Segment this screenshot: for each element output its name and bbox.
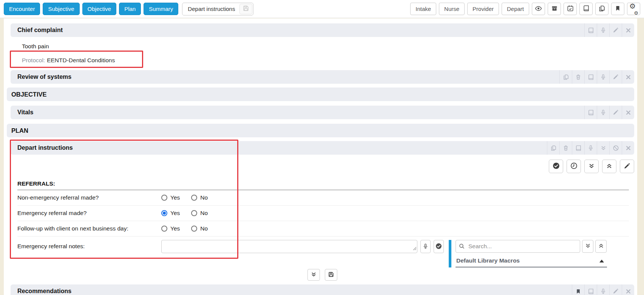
archive-button[interactable] xyxy=(548,3,561,15)
pencil-icon[interactable] xyxy=(609,106,622,119)
question-row-emergency-referral: Emergency referral made? Yes No xyxy=(17,206,629,221)
chevrons-down-icon xyxy=(588,163,595,170)
question-label: Follow-up with client on next business d… xyxy=(17,225,161,232)
section-header-recommendations: Recommendations xyxy=(11,284,634,295)
chevrons-down-icon[interactable] xyxy=(597,141,609,155)
pencil-icon[interactable] xyxy=(609,70,622,84)
objective-band-title: OBJECTIVE xyxy=(11,91,47,98)
radio-yes-label: Yes xyxy=(170,210,180,217)
book-icon xyxy=(583,5,590,13)
plan-band-title: PLAN xyxy=(11,127,28,134)
collapse-all-button[interactable] xyxy=(602,160,616,173)
radio-no[interactable] xyxy=(191,195,197,201)
radio-yes[interactable] xyxy=(161,210,167,216)
chief-complaint-header-actions xyxy=(584,23,634,37)
settings-button[interactable]: ⚙⚙ xyxy=(627,3,640,15)
microphone-icon xyxy=(423,243,428,250)
microphone-icon[interactable] xyxy=(597,23,609,37)
book-icon[interactable] xyxy=(584,106,597,119)
radio-no-label: No xyxy=(200,225,208,232)
preview-button[interactable] xyxy=(532,3,545,15)
close-icon[interactable] xyxy=(622,70,634,84)
confirm-notes-button[interactable] xyxy=(434,240,444,253)
close-icon[interactable] xyxy=(622,284,634,295)
macros-search-row xyxy=(456,240,607,253)
radio-yes[interactable] xyxy=(161,226,167,232)
book-icon[interactable] xyxy=(572,141,584,155)
book-icon[interactable] xyxy=(584,23,597,37)
plan-button[interactable]: Plan xyxy=(119,3,141,15)
search-icon xyxy=(459,243,465,251)
nurse-button[interactable]: Nurse xyxy=(439,3,465,15)
chevrons-up-icon xyxy=(606,163,612,170)
depart-button[interactable]: Depart xyxy=(502,3,529,15)
book-icon[interactable] xyxy=(584,70,597,84)
summary-button[interactable]: Summary xyxy=(144,3,178,15)
microphone-icon[interactable] xyxy=(597,70,609,84)
microphone-icon[interactable] xyxy=(584,141,597,155)
microphone-icon[interactable] xyxy=(597,106,609,119)
emergency-referral-notes-input[interactable] xyxy=(161,240,417,253)
radio-no[interactable] xyxy=(191,226,197,232)
question-options: Yes No xyxy=(161,194,208,201)
archive-box-icon xyxy=(551,5,558,13)
expand-button[interactable] xyxy=(307,269,320,281)
depart-instructions-actions xyxy=(11,160,634,173)
pencil-icon[interactable] xyxy=(609,23,622,37)
section-header-chief-complaint: Chief complaint xyxy=(11,23,634,37)
objective-button[interactable]: Objective xyxy=(82,3,117,15)
pencil-icon[interactable] xyxy=(609,284,622,295)
dictate-button[interactable] xyxy=(420,240,431,253)
calendar-button[interactable] xyxy=(564,3,577,15)
save-icon xyxy=(242,5,249,13)
macros-library-header[interactable]: Default Library Macros xyxy=(456,255,607,267)
recommendations-title: Recommendations xyxy=(17,288,71,295)
notes-label: Emergency referral notes: xyxy=(17,240,161,253)
library-button[interactable] xyxy=(579,3,593,15)
copy-icon[interactable] xyxy=(559,70,572,84)
intake-button[interactable]: Intake xyxy=(410,3,436,15)
encounter-note-page: Chief complaint Tooth pain Protocol: EEN… xyxy=(4,18,637,295)
bookmark-button[interactable] xyxy=(611,3,624,15)
protocol-label: Protocol: xyxy=(22,57,45,64)
macros-library-title: Default Library Macros xyxy=(456,257,520,264)
close-icon[interactable] xyxy=(622,141,634,155)
encounter-button[interactable]: Encounter xyxy=(4,3,40,15)
subjective-button[interactable]: Subjective xyxy=(43,3,79,15)
copy-icon[interactable] xyxy=(547,141,559,155)
history-button[interactable] xyxy=(567,160,581,173)
bookmark-icon[interactable] xyxy=(572,284,584,295)
radio-yes[interactable] xyxy=(161,195,167,201)
macros-expand-button[interactable] xyxy=(582,240,593,253)
depart-instructions-tab[interactable]: Depart instructions xyxy=(183,4,239,14)
radio-no-label: No xyxy=(200,210,208,217)
microphone-icon[interactable] xyxy=(597,284,609,295)
close-icon[interactable] xyxy=(622,106,634,119)
radio-no[interactable] xyxy=(191,210,197,216)
bookmark-icon xyxy=(615,5,621,13)
referrals-heading: REFERRALS: xyxy=(17,180,634,187)
trash-icon[interactable] xyxy=(572,70,584,84)
vitals-title: Vitals xyxy=(17,109,33,116)
expand-all-button[interactable] xyxy=(584,160,599,173)
eye-icon xyxy=(534,5,542,13)
complete-button[interactable] xyxy=(549,160,563,173)
ban-icon[interactable] xyxy=(609,141,622,155)
save-section-button[interactable] xyxy=(325,269,337,281)
trash-icon[interactable] xyxy=(559,141,572,155)
book-icon[interactable] xyxy=(584,284,597,295)
vitals-header-actions xyxy=(584,106,634,119)
copy-button[interactable] xyxy=(595,3,608,15)
macro-search-input[interactable] xyxy=(456,240,580,253)
macro-search-wrap xyxy=(456,240,580,253)
save-note-button[interactable] xyxy=(239,4,252,14)
provider-button[interactable]: Provider xyxy=(467,3,499,15)
edit-button[interactable] xyxy=(620,160,634,173)
band-objective: OBJECTIVE xyxy=(7,88,634,101)
depart-instructions-title: Depart instructions xyxy=(17,144,73,151)
macros-collapse-button[interactable] xyxy=(595,240,607,253)
close-icon[interactable] xyxy=(622,23,634,37)
macros-column: Default Library Macros xyxy=(456,240,607,267)
chief-complaint-title: Chief complaint xyxy=(17,27,63,34)
chief-complaint-text: Tooth pain xyxy=(22,43,634,50)
